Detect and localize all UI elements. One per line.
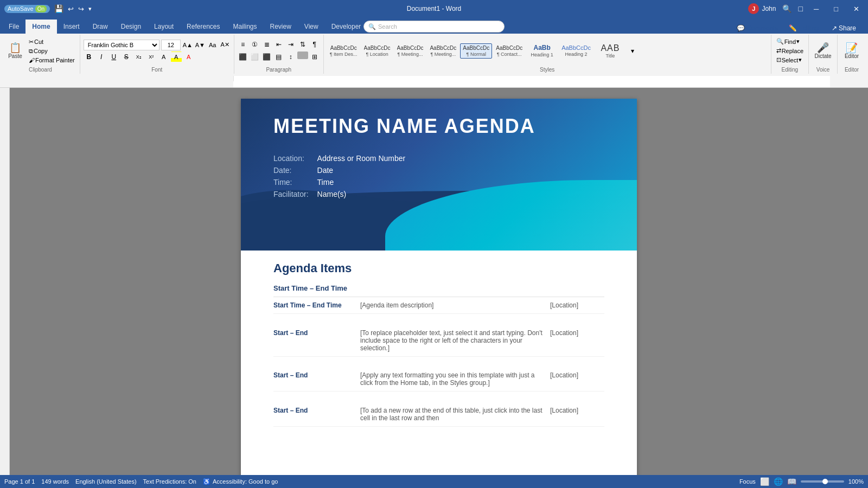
facilitator-value[interactable]: Name(s) <box>317 190 604 198</box>
user-avatar[interactable]: J <box>748 3 759 14</box>
editing-button[interactable]: ✏️ Editing <box>786 23 822 34</box>
tab-developer[interactable]: Developer <box>325 20 368 34</box>
agenda-row-3-time[interactable]: Start – End <box>273 367 360 391</box>
zoom-slider[interactable] <box>801 480 844 483</box>
format-painter-button[interactable]: 🖌 Format Painter <box>27 56 76 64</box>
share-button[interactable]: ↗ Share <box>826 23 861 34</box>
tab-file[interactable]: File <box>2 20 25 34</box>
show-formatting-button[interactable]: ¶ <box>309 39 320 50</box>
style-item-normal[interactable]: AaBbCcDc ¶ Normal <box>460 43 492 59</box>
zoom-level[interactable]: 100% <box>848 478 864 485</box>
agenda-row-2-loc[interactable]: [Location] <box>550 325 604 357</box>
align-center-button[interactable]: ⬜ <box>250 52 260 62</box>
borders-button[interactable]: ⊞ <box>309 52 320 62</box>
numbering-button[interactable]: ① <box>250 39 260 50</box>
customize-qat-icon[interactable]: ▾ <box>88 5 92 12</box>
tab-review[interactable]: Review <box>264 20 298 34</box>
language-indicator[interactable]: English (United States) <box>75 478 137 485</box>
font-family-select[interactable]: Franklin Gothic B <box>84 40 159 50</box>
date-value[interactable]: Date <box>317 166 604 175</box>
paste-button[interactable]: 📋 Paste <box>4 42 26 60</box>
tab-mailings[interactable]: Mailings <box>226 20 263 34</box>
line-spacing-button[interactable]: ↕ <box>285 52 296 62</box>
web-layout-view-button[interactable]: 🌐 <box>774 477 783 486</box>
underline-button[interactable]: U <box>108 52 119 62</box>
agenda-row-1-loc[interactable]: [Location] <box>550 297 604 314</box>
agenda-row-1-desc[interactable]: [Agenda item description] <box>360 297 550 314</box>
accessibility-status[interactable]: ♿ Accessibility: Good to go <box>203 478 278 485</box>
autosave-on-badge[interactable]: On <box>35 5 47 12</box>
shading-button[interactable] <box>297 52 308 59</box>
ribbon-display-icon[interactable]: □ <box>798 4 802 13</box>
location-value[interactable]: Address or Room Number <box>317 154 604 163</box>
font-size-input[interactable] <box>161 40 181 50</box>
tab-references[interactable]: References <box>180 20 226 34</box>
text-effects-button[interactable]: A <box>158 52 169 62</box>
agenda-row-2-desc[interactable]: [To replace placeholder text, just selec… <box>360 325 550 357</box>
document-content[interactable]: MEETING NAME AGENDA Location: Address or… <box>10 88 868 475</box>
agenda-row-1-time[interactable]: Start Time – End Time <box>273 297 360 314</box>
agenda-section-title[interactable]: Agenda Items <box>273 261 604 275</box>
style-item-heading2[interactable]: AaBbCcDc Heading 2 <box>559 43 593 59</box>
tab-design[interactable]: Design <box>114 20 148 34</box>
decrease-indent-button[interactable]: ⇤ <box>273 39 284 50</box>
italic-button[interactable]: I <box>96 52 107 62</box>
search-bar[interactable]: 🔍 Search <box>363 21 505 33</box>
bold-button[interactable]: B <box>84 52 94 62</box>
text-highlight-button[interactable]: A <box>171 52 182 62</box>
minimize-button[interactable]: ─ <box>809 5 823 13</box>
bullets-button[interactable]: ≡ <box>238 39 248 50</box>
copy-button[interactable]: ⧉ Copy <box>27 47 76 55</box>
font-size-decrease-button[interactable]: A▼ <box>195 40 206 50</box>
style-item-location[interactable]: AaBbCcDc ¶ Location <box>361 43 393 59</box>
undo-icon[interactable]: ↩ <box>68 5 74 13</box>
align-left-button[interactable]: ⬛ <box>238 52 248 62</box>
print-layout-view-button[interactable]: ⬜ <box>760 477 769 486</box>
read-mode-view-button[interactable]: 📖 <box>787 477 796 486</box>
style-item-title[interactable]: AAB Title <box>595 41 626 60</box>
tab-view[interactable]: View <box>298 20 325 34</box>
dictate-button[interactable]: 🎤 Dictate <box>812 42 834 60</box>
time-value[interactable]: Time <box>317 178 604 187</box>
agenda-row-4-desc[interactable]: [To add a new row at the end of this tab… <box>360 402 550 427</box>
style-item-desc[interactable]: AaBbCcDc ¶ Item Des... <box>327 43 360 59</box>
agenda-row-2-time[interactable]: Start – End <box>273 325 360 357</box>
select-button[interactable]: ⊡ Select ▾ <box>775 56 805 64</box>
font-color-button[interactable]: A <box>183 52 194 62</box>
editor-button[interactable]: 📝 Editor <box>841 42 863 60</box>
tab-home[interactable]: Home <box>25 20 56 34</box>
agenda-row-4-loc[interactable]: [Location] <box>550 402 604 427</box>
style-item-contact[interactable]: AaBbCcDc ¶ Contact... <box>493 43 525 59</box>
tab-insert[interactable]: Insert <box>57 20 86 34</box>
styles-more-button[interactable]: ▾ <box>627 46 638 56</box>
strikethrough-button[interactable]: S <box>121 52 132 62</box>
subscript-button[interactable]: X₂ <box>133 52 144 62</box>
word-count[interactable]: 149 words <box>41 478 69 485</box>
superscript-button[interactable]: X² <box>146 52 157 62</box>
comments-button[interactable]: 💬 Comments <box>733 23 781 34</box>
text-predictions[interactable]: Text Predictions: On <box>143 478 196 485</box>
style-item-meeting2[interactable]: AaBbCcDc ¶ Meeting... <box>427 43 459 59</box>
increase-indent-button[interactable]: ⇥ <box>285 39 296 50</box>
align-right-button[interactable]: ⬛ <box>261 52 272 62</box>
style-item-heading1[interactable]: AaBb Heading 1 <box>526 42 558 59</box>
justify-button[interactable]: ▤ <box>273 52 284 62</box>
agenda-row-3-desc[interactable]: [Apply any text formatting you see in th… <box>360 367 550 391</box>
search-titlebar-icon[interactable]: 🔍 <box>782 4 792 13</box>
close-button[interactable]: ✕ <box>849 5 864 13</box>
agenda-row-4-time[interactable]: Start – End <box>273 402 360 427</box>
meeting-title[interactable]: MEETING NAME AGENDA <box>273 115 604 138</box>
maximize-button[interactable]: □ <box>829 5 843 13</box>
tab-draw[interactable]: Draw <box>86 20 114 34</box>
sort-button[interactable]: ⇅ <box>297 39 308 50</box>
style-item-meeting1[interactable]: AaBbCcDc ¶ Meeting... <box>394 43 426 59</box>
font-size-increase-button[interactable]: A▲ <box>182 40 193 50</box>
autosave-toggle[interactable]: AutoSave On <box>4 5 50 13</box>
redo-icon[interactable]: ↪ <box>78 5 84 13</box>
cut-button[interactable]: ✂ Cut <box>27 38 76 46</box>
find-button[interactable]: 🔍 Find ▾ <box>775 37 805 46</box>
multilevel-list-button[interactable]: ≣ <box>261 39 272 50</box>
agenda-row-3-loc[interactable]: [Location] <box>550 367 604 391</box>
save-icon[interactable]: 💾 <box>54 4 63 13</box>
clear-formatting-button[interactable]: A✕ <box>220 40 231 50</box>
